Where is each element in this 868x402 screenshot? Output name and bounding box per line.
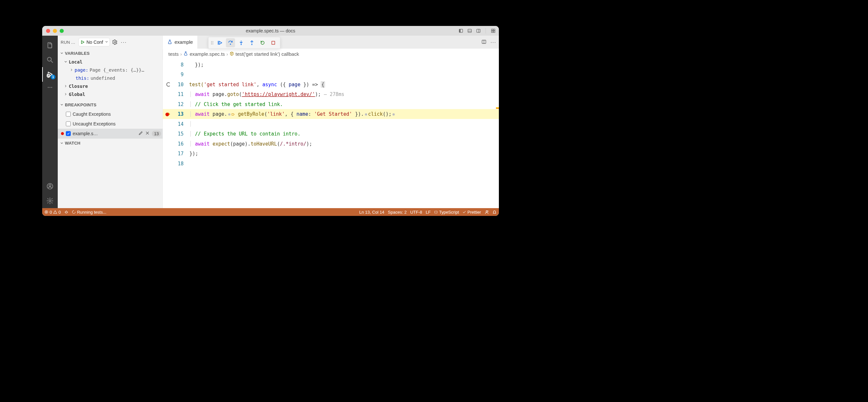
line-number: 10 xyxy=(174,82,187,88)
scope-global[interactable]: Global xyxy=(59,90,161,98)
status-running-label: Running tests... xyxy=(77,209,106,214)
editor-more-icon[interactable]: ··· xyxy=(490,39,496,45)
breadcrumb-item[interactable]: example.spec.ts xyxy=(190,51,225,57)
status-encoding[interactable]: UTF-8 xyxy=(410,209,422,214)
scope-closure[interactable]: Closure xyxy=(59,82,161,90)
activity-explorer[interactable] xyxy=(42,38,58,53)
titlebar: example.spec.ts — docs xyxy=(42,26,499,36)
t: , xyxy=(256,82,262,88)
section-variables[interactable]: VARIABLES xyxy=(58,48,163,58)
code-line[interactable]: 9 xyxy=(163,70,499,80)
svg-point-47 xyxy=(65,211,67,213)
checkbox[interactable] xyxy=(66,131,71,136)
debug-config-label: No Conf xyxy=(87,39,103,45)
toggle-secondary-sidebar-icon[interactable] xyxy=(476,29,481,33)
svg-point-51 xyxy=(486,211,487,212)
debug-toolbar[interactable] xyxy=(208,37,280,48)
split-editor-icon[interactable] xyxy=(482,39,487,45)
section-title: VARIABLES xyxy=(65,51,90,56)
variable-page[interactable]: page: Page {_events: {…}}… xyxy=(59,66,161,74)
breakpoint-row[interactable]: example.s… 13 xyxy=(58,129,163,138)
code-line[interactable]: 12 // Click the get started link. xyxy=(163,99,499,109)
restart-button[interactable] xyxy=(258,38,267,47)
breadcrumb-item[interactable]: tests xyxy=(168,51,179,57)
customize-layout-icon[interactable] xyxy=(491,29,496,33)
step-out-button[interactable] xyxy=(247,38,256,47)
line-number: 14 xyxy=(174,121,187,127)
code-line[interactable]: 18 xyxy=(163,159,499,169)
section-breakpoints[interactable]: BREAKPOINTS xyxy=(58,100,163,109)
status-cursor[interactable]: Ln 13, Col 14 xyxy=(360,209,384,214)
checkbox[interactable] xyxy=(66,112,71,117)
open-launch-config-icon[interactable] xyxy=(111,39,118,46)
svg-point-19 xyxy=(50,87,51,88)
activity-more-icon[interactable] xyxy=(42,82,58,93)
status-language[interactable]: TypeScript xyxy=(434,209,459,214)
status-test-running[interactable]: Running tests... xyxy=(72,209,106,214)
breakpoint-caught-exceptions[interactable]: Caught Exceptions xyxy=(58,109,163,119)
pick-locator-icon[interactable] xyxy=(231,112,235,116)
continue-button[interactable] xyxy=(215,38,224,47)
stop-button[interactable] xyxy=(269,38,278,47)
code-line[interactable]: 11 await page.goto('https://playwright.d… xyxy=(163,90,499,100)
code-line-current[interactable]: 13 await page. getByRole('link', { name:… xyxy=(163,109,499,119)
code-line[interactable]: 10 test('get started link', async ({ pag… xyxy=(163,79,499,90)
status-feedback-icon[interactable] xyxy=(485,210,489,214)
step-into-button[interactable] xyxy=(237,38,246,47)
variable-this[interactable]: this: undefined xyxy=(59,74,161,82)
code-line[interactable]: 15 // Expects the URL to contain intro. xyxy=(163,129,499,139)
line-number: 13 xyxy=(174,111,187,117)
editor-tab[interactable]: example xyxy=(163,36,197,48)
status-bar: 0 0 Running tests... Ln 13, Col 14 Space… xyxy=(42,208,499,216)
section-watch[interactable]: WATCH xyxy=(58,138,163,147)
scope-local[interactable]: Local xyxy=(59,58,161,66)
test-decoration-icon[interactable] xyxy=(166,82,170,87)
locator-step-icon[interactable] xyxy=(365,113,367,115)
start-debug-icon[interactable] xyxy=(81,40,85,44)
loading-icon xyxy=(72,210,75,214)
drag-handle-icon[interactable] xyxy=(211,40,214,45)
activity-accounts[interactable] xyxy=(42,179,58,194)
debug-sidebar: RUN AND DEBUG No Conf ··· xyxy=(58,36,163,208)
beaker-icon xyxy=(184,51,188,57)
status-eol[interactable]: LF xyxy=(426,209,431,214)
code-line[interactable]: 17 }); xyxy=(163,149,499,159)
breakpoint-label: Uncaught Exceptions xyxy=(73,121,116,127)
activity-settings[interactable] xyxy=(42,194,58,208)
status-problems[interactable]: 0 0 xyxy=(44,209,61,214)
toggle-panel-icon[interactable] xyxy=(467,29,472,33)
locator-step-icon[interactable] xyxy=(228,113,230,115)
svg-rect-6 xyxy=(491,29,493,31)
svg-point-20 xyxy=(51,87,52,88)
breakpoint-uncaught-exceptions[interactable]: Uncaught Exceptions xyxy=(58,119,163,129)
remove-breakpoint-icon[interactable] xyxy=(145,131,150,136)
code-line[interactable]: 16 await expect(page).toHaveURL(/.*intro… xyxy=(163,139,499,149)
gutter[interactable] xyxy=(163,82,174,87)
locator-step-icon[interactable] xyxy=(393,113,395,115)
activity-run-debug[interactable]: 1 xyxy=(42,67,58,82)
overview-ruler[interactable] xyxy=(496,60,499,208)
status-notifications-icon[interactable] xyxy=(492,210,497,214)
breadcrumb-item[interactable]: test('get started link') callback xyxy=(236,51,299,57)
code-line[interactable]: 14 xyxy=(163,119,499,129)
tabbar: example xyxy=(163,36,499,48)
checkbox[interactable] xyxy=(66,122,71,127)
gutter[interactable] xyxy=(163,111,174,116)
code-line[interactable]: 8 }); xyxy=(163,60,499,70)
status-language-label: TypeScript xyxy=(439,209,459,214)
brackets-icon xyxy=(434,210,438,214)
edit-breakpoint-icon[interactable] xyxy=(138,131,143,136)
status-prettier[interactable]: Prettier xyxy=(463,209,481,214)
svg-point-30 xyxy=(211,42,212,43)
debug-config-select[interactable]: No Conf xyxy=(79,38,110,46)
code-editor[interactable]: 8 }); 9 10 test('get started link', asyn… xyxy=(163,60,499,208)
toggle-primary-sidebar-icon[interactable] xyxy=(459,29,464,33)
step-over-button[interactable] xyxy=(226,38,235,47)
status-indent[interactable]: Spaces: 2 xyxy=(388,209,407,214)
breadcrumbs[interactable]: tests › example.spec.ts › test('get star… xyxy=(163,48,499,60)
activity-search[interactable] xyxy=(42,53,58,67)
sidebar-more-icon[interactable]: ··· xyxy=(120,39,127,45)
status-debug-target[interactable] xyxy=(64,210,68,214)
line-number: 18 xyxy=(174,161,187,167)
code[interactable]: }); xyxy=(187,62,499,68)
